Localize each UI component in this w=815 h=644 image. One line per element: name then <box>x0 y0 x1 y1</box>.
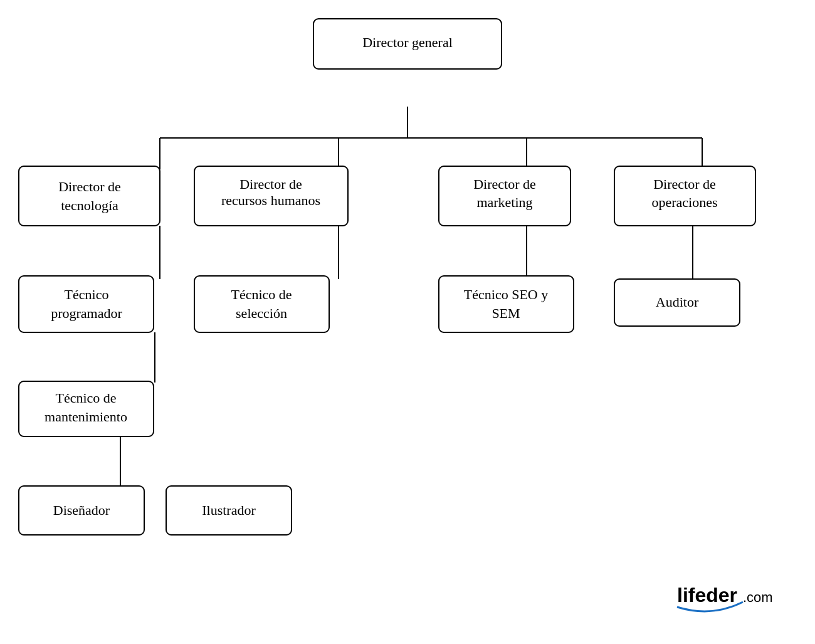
director-tecnologia-label: Director de <box>58 179 121 194</box>
director-tecnologia-box <box>19 166 160 226</box>
tecnico-seleccion-label1: Técnico de <box>231 287 292 302</box>
director-operaciones-label1: Director de <box>653 176 716 192</box>
tecnico-seo-label2: SEM <box>492 305 520 321</box>
director-marketing-label1: Director de <box>473 176 536 192</box>
tecnico-programador-box <box>19 276 154 332</box>
director-rrhh-label2: recursos humanos <box>221 193 320 208</box>
tecnico-programador-label1: Técnico <box>65 287 109 302</box>
director-marketing-label2: marketing <box>476 194 532 210</box>
tecnico-mantenimiento-label1: Técnico de <box>55 390 116 406</box>
ilustrador-label: Ilustrador <box>202 502 256 518</box>
auditor-label: Auditor <box>656 294 699 310</box>
disenador-label: Diseñador <box>53 502 110 518</box>
brand-name: lifeder <box>677 584 737 606</box>
director-operaciones-label2: operaciones <box>651 194 717 210</box>
tecnico-seo-box <box>439 276 574 332</box>
tecnico-programador-label2: programador <box>51 305 122 321</box>
org-chart-container: Director general Director de tecnología … <box>0 0 815 644</box>
tecnico-mantenimiento-label2: mantenimiento <box>45 409 127 425</box>
tecnico-seo-label1: Técnico SEO y <box>464 287 548 302</box>
tecnico-seleccion-box <box>194 276 329 332</box>
brand-suffix: .com <box>743 589 773 605</box>
director-tecnologia-label2: tecnología <box>61 198 118 213</box>
director-general-label: Director general <box>362 34 453 50</box>
director-rrhh-label1: Director de <box>239 176 302 192</box>
tecnico-seleccion-label2: selección <box>236 305 287 321</box>
